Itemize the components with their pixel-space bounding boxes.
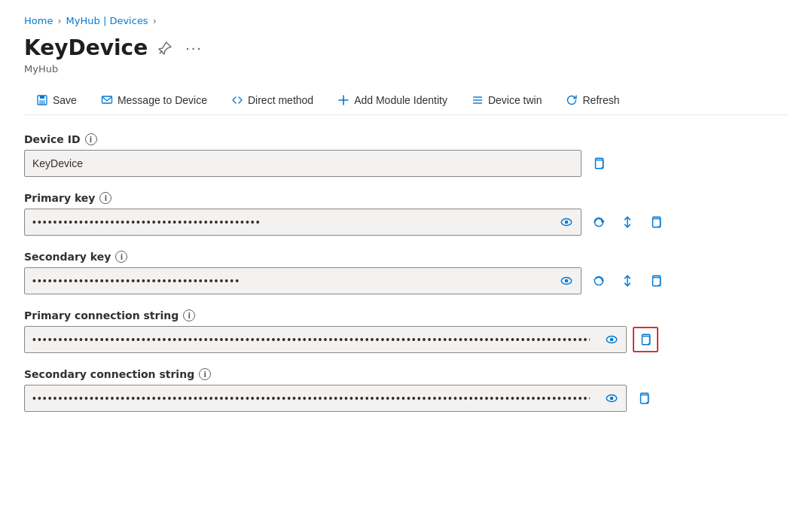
svg-point-12 [565,221,569,224]
page-container: Home › MyHub | Devices › KeyDevice ··· M… [0,0,812,518]
device-id-input[interactable] [24,150,582,177]
copy-icon [649,274,663,288]
eye-icon [560,274,573,288]
device-id-label: Device ID i [24,133,788,145]
breadcrumb-sep2: › [153,15,157,26]
primary-conn-eye-button[interactable] [597,333,626,346]
primary-key-section: Primary key i [24,192,788,236]
primary-conn-input[interactable] [25,327,597,352]
secondary-conn-input[interactable] [25,385,597,411]
direct-method-icon [231,94,243,106]
breadcrumb: Home › MyHub | Devices › [24,15,788,26]
pin-icon [158,41,172,55]
secondary-key-label: Secondary key i [24,251,788,263]
swap-icon [621,274,634,288]
primary-key-input[interactable] [25,209,552,235]
primary-key-input-wrap [24,209,582,236]
device-twin-icon [472,94,484,106]
secondary-conn-section: Secondary connection string i [24,368,788,412]
secondary-conn-info-icon[interactable]: i [199,368,211,380]
regenerate-icon [592,215,606,229]
device-id-section: Device ID i [24,133,788,177]
copy-icon [649,215,663,229]
copy-icon [639,333,652,346]
secondary-conn-row [24,385,788,412]
message-icon [101,94,113,106]
secondary-key-regenerate-button[interactable] [588,270,610,292]
save-icon [36,94,48,106]
device-twin-button[interactable]: Device twin [459,87,554,115]
page-header: KeyDevice ··· [24,35,788,60]
primary-key-info-icon[interactable]: i [99,192,111,204]
secondary-conn-input-wrap [24,385,627,412]
primary-key-label: Primary key i [24,192,788,204]
secondary-key-eye-button[interactable] [552,274,581,288]
regenerate-icon [592,274,606,288]
device-id-info-icon[interactable]: i [85,133,97,145]
secondary-conn-label: Secondary connection string i [24,368,788,380]
swap-icon [621,215,634,229]
primary-key-regenerate-button[interactable] [588,211,610,233]
refresh-icon [566,94,578,106]
svg-point-25 [610,338,614,342]
copy-icon [592,157,606,170]
primary-conn-copy-button[interactable] [633,327,658,352]
breadcrumb-sep1: › [57,15,61,26]
secondary-key-info-icon[interactable]: i [115,251,127,263]
primary-conn-row [24,326,788,353]
more-icon: ··· [185,39,203,56]
device-id-row [24,150,788,177]
message-to-device-button[interactable]: Message to Device [89,87,219,115]
secondary-key-row [24,267,788,294]
primary-key-copy-button[interactable] [645,211,667,233]
primary-conn-section: Primary connection string i [24,309,788,353]
secondary-key-copy-button[interactable] [645,270,667,292]
secondary-conn-eye-button[interactable] [597,392,626,405]
eye-icon [605,333,618,346]
direct-method-button[interactable]: Direct method [219,87,325,115]
primary-key-swap-button[interactable] [616,211,639,233]
secondary-key-input-wrap [24,267,582,294]
device-id-copy-button[interactable] [588,152,610,175]
breadcrumb-home[interactable]: Home [24,15,53,26]
secondary-key-input[interactable] [25,268,552,294]
breadcrumb-devices[interactable]: MyHub | Devices [66,15,148,26]
primary-key-row [24,209,788,236]
secondary-key-swap-button[interactable] [616,270,639,292]
more-button[interactable]: ··· [182,38,206,58]
secondary-key-section: Secondary key i [24,251,788,294]
eye-icon [605,392,618,405]
toolbar: Save Message to Device Direct method Add… [24,87,788,115]
pin-button[interactable] [155,40,175,56]
refresh-button[interactable]: Refresh [554,87,631,115]
secondary-conn-copy-button[interactable] [633,387,655,410]
page-title: KeyDevice [24,35,148,60]
svg-rect-2 [40,96,44,99]
save-button[interactable]: Save [24,87,89,115]
svg-rect-3 [39,100,45,104]
copy-icon [637,392,651,405]
page-subtitle: MyHub [24,63,788,75]
primary-key-eye-button[interactable] [552,215,581,229]
primary-conn-label: Primary connection string i [24,309,788,321]
primary-conn-input-wrap [24,326,627,353]
add-module-identity-button[interactable]: Add Module Identity [325,87,459,115]
svg-point-19 [565,279,569,283]
primary-conn-info-icon[interactable]: i [183,309,195,321]
svg-point-28 [610,397,614,401]
add-icon [337,94,350,106]
eye-icon [560,215,573,229]
